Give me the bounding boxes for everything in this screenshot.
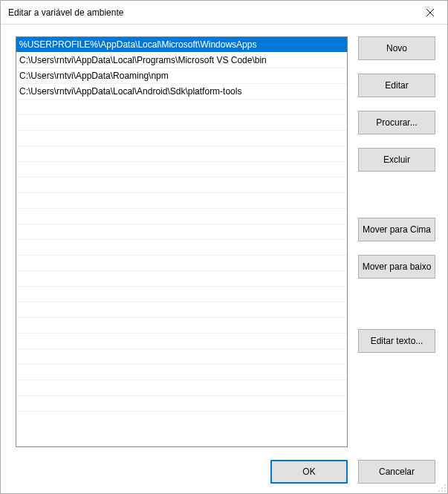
list-item [16,115,347,131]
ok-button[interactable]: OK [270,460,348,484]
cancel-button[interactable]: Cancelar [358,460,435,484]
list-item [16,349,347,365]
browse-button[interactable]: Procurar... [358,111,435,134]
list-item [16,162,347,178]
list-item [16,178,347,193]
dialog-content: %USERPROFILE%\AppData\Local\Microsoft\Wi… [1,25,447,453]
list-item [16,146,347,162]
list-item [16,396,347,412]
svg-point-4 [444,487,446,489]
window-title: Editar a variável de ambiente [8,7,413,18]
edit-button[interactable]: Editar [358,74,435,97]
list-item[interactable]: %USERPROFILE%\AppData\Local\Microsoft\Wi… [16,37,347,53]
list-item [16,287,347,302]
list-item [16,365,347,380]
list-item [16,380,347,396]
list-item [16,318,347,334]
move-down-button[interactable]: Mover para baixo [358,255,435,279]
list-item[interactable]: C:\Users\rntvi\AppData\Local\Programs\Mi… [16,53,347,68]
delete-button[interactable]: Excluir [358,148,435,172]
titlebar: Editar a variável de ambiente [1,1,447,25]
svg-point-3 [441,487,443,489]
svg-point-6 [441,490,443,492]
close-icon [426,9,434,16]
svg-point-5 [438,490,440,492]
resize-grip-icon[interactable] [438,484,447,493]
new-button[interactable]: Novo [358,36,435,60]
list-item [16,131,347,146]
path-listbox[interactable]: %USERPROFILE%\AppData\Local\Microsoft\Wi… [16,36,348,447]
list-item [16,100,347,115]
list-item[interactable]: C:\Users\rntvi\AppData\Local\Android\Sdk… [16,84,347,100]
list-item [16,240,347,256]
close-button[interactable] [413,1,447,24]
svg-point-7 [444,490,446,492]
env-variable-edit-dialog: Editar a variável de ambiente %USERPROFI… [0,0,448,494]
list-item [16,334,347,349]
dialog-footer: OK Cancelar [1,453,447,493]
list-item[interactable]: C:\Users\rntvi\AppData\Roaming\npm [16,68,347,84]
list-item [16,302,347,318]
list-item [16,256,347,271]
move-up-button[interactable]: Mover para Cima [358,218,435,241]
list-item [16,209,347,224]
edit-text-button[interactable]: Editar texto... [358,329,435,353]
list-item [16,193,347,209]
list-item [16,224,347,240]
list-item [16,271,347,287]
svg-point-2 [444,484,446,486]
side-buttons: Novo Editar Procurar... Excluir Mover pa… [358,36,435,447]
